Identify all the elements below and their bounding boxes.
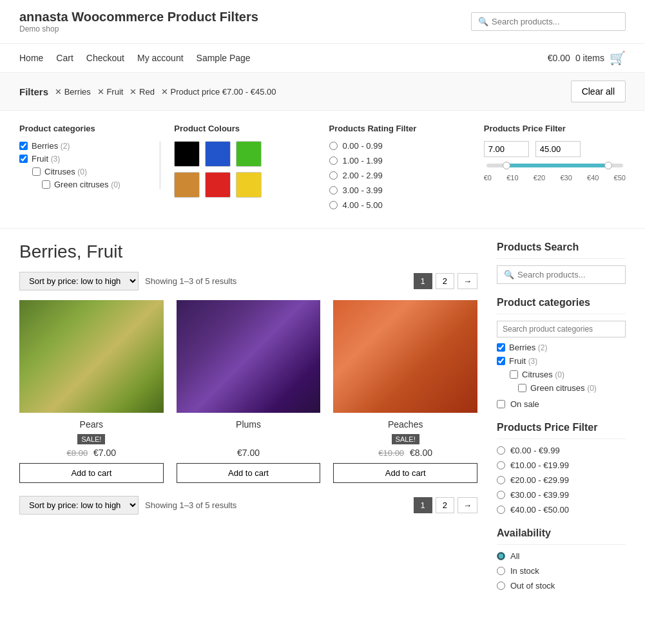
sort-row-bottom: Sort by price: low to high Sort by price…	[19, 496, 477, 515]
nav-home[interactable]: Home	[19, 53, 43, 63]
page-2-btn-bottom[interactable]: 2	[436, 497, 454, 513]
cat-checkbox-fruit[interactable]	[19, 155, 28, 163]
top-header: annasta Woocommerce Product Filters Demo…	[0, 0, 645, 44]
old-price-pears: €8.00	[67, 448, 88, 458]
sidebar-price-radio-0-10[interactable]	[497, 446, 505, 455]
price-slider-track[interactable]	[486, 164, 623, 167]
rating-0-1: 0.00 - 0.99	[329, 141, 471, 151]
main-content: Berries, Fruit Sort by price: low to hig…	[0, 229, 645, 616]
rating-2-3: 2.00 - 2.99	[329, 171, 471, 180]
swatch-red[interactable]	[205, 172, 231, 198]
sidebar-price-list: €0.00 - €9.99 €10.00 - €19.99 €20.00 - €…	[497, 446, 626, 515]
add-to-cart-plums[interactable]: Add to cart	[177, 463, 321, 483]
nav-checkout[interactable]: Checkout	[86, 53, 124, 63]
rating-radio-2-3[interactable]	[329, 171, 338, 180]
sidebar-cat-checkbox-green-citruses[interactable]	[518, 384, 526, 392]
filters-label: Filters	[19, 86, 48, 97]
sidebar-search-box[interactable]: 🔍	[497, 265, 626, 284]
rating-1-2: 1.00 - 1.99	[329, 156, 471, 166]
sidebar-price-20-30: €20.00 - €29.99	[497, 475, 626, 485]
header-search[interactable]: 🔍	[471, 12, 626, 31]
availability-radio-out-of-stock[interactable]	[497, 582, 505, 590]
price-slider-handle-left[interactable]	[503, 162, 510, 169]
add-to-cart-pears[interactable]: Add to cart	[19, 463, 164, 483]
categories-panel: Product categories Berries (2) Fruit (3)…	[19, 124, 161, 215]
sidebar-cat-list: Berries (2) Fruit (3) Citruses (0) Green…	[497, 343, 626, 393]
sidebar-price-0-10: €0.00 - €9.99	[497, 446, 626, 455]
cat-checkbox-green-citruses[interactable]	[42, 180, 50, 189]
sort-select-bottom[interactable]: Sort by price: low to high Sort by price…	[19, 496, 139, 515]
add-to-cart-peaches[interactable]: Add to cart	[333, 463, 477, 483]
sidebar-cat-checkbox-berries[interactable]	[497, 343, 505, 352]
swatch-green[interactable]	[236, 141, 262, 167]
sidebar-availability-list: All In stock Out of stock	[497, 551, 626, 591]
price-slider-handle-right[interactable]	[604, 162, 612, 169]
nav-cart[interactable]: Cart	[56, 53, 73, 63]
header-search-input[interactable]	[492, 17, 619, 26]
swatch-yellow[interactable]	[236, 172, 262, 198]
availability-all: All	[497, 551, 626, 561]
clear-all-button[interactable]: Clear all	[571, 80, 626, 102]
availability-radio-in-stock[interactable]	[497, 567, 505, 575]
swatch-blue[interactable]	[205, 141, 231, 167]
rating-radio-4-5[interactable]	[329, 201, 338, 209]
filter-tag-price[interactable]: ✕ Product price €7.00 - €45.00	[161, 87, 276, 97]
cat-item-fruit: Fruit (3)	[19, 154, 161, 164]
product-name-plums: Plums	[177, 419, 321, 430]
rating-list: 0.00 - 0.99 1.00 - 1.99 2.00 - 2.99 3.00…	[329, 141, 471, 210]
price-max-input[interactable]	[535, 141, 581, 157]
filter-tag-berries[interactable]: ✕ Berries	[55, 87, 91, 97]
page-2-btn-top[interactable]: 2	[436, 273, 454, 289]
cat-item-berries: Berries (2)	[19, 141, 161, 151]
price-title: Products Price Filter	[484, 124, 626, 133]
sidebar-search-icon: 🔍	[504, 270, 514, 279]
products-section: Berries, Fruit Sort by price: low to hig…	[19, 242, 477, 603]
sidebar-search-input[interactable]	[517, 270, 619, 279]
color-swatches	[174, 141, 316, 198]
availability-radio-all[interactable]	[497, 552, 505, 560]
product-price-pears: €8.00 €7.00	[19, 448, 164, 458]
old-price-peaches: €10.00	[378, 448, 404, 458]
sidebar-cat-checkbox-citruses[interactable]	[510, 370, 518, 379]
on-sale-label: On sale	[510, 399, 539, 409]
site-title: annasta Woocommerce Product Filters	[19, 10, 258, 24]
sort-select-top[interactable]: Sort by price: low to high Sort by price…	[19, 272, 139, 290]
product-sale-badge-pears: SALE!	[77, 434, 105, 444]
sidebar-price-radio-30-40[interactable]	[497, 491, 505, 499]
nav-my-account[interactable]: My account	[137, 53, 184, 63]
price-min-input[interactable]	[484, 141, 529, 157]
sidebar-price-radio-10-20[interactable]	[497, 461, 505, 469]
results-text-bottom: Showing 1–3 of 5 results	[145, 500, 236, 510]
price-panel: Products Price Filter €0 €10 €20 €30 €40…	[484, 124, 626, 215]
swatch-black[interactable]	[174, 141, 200, 167]
cat-item-citruses: Citruses (0)	[32, 167, 161, 176]
rating-radio-1-2[interactable]	[329, 156, 338, 165]
on-sale-checkbox[interactable]	[497, 400, 505, 408]
page-next-btn-top[interactable]: →	[457, 273, 477, 289]
page-next-btn-bottom[interactable]: →	[457, 497, 477, 513]
sidebar-cat-checkbox-fruit[interactable]	[497, 357, 505, 365]
rating-radio-3-4[interactable]	[329, 186, 338, 194]
sidebar-cat-fruit: Fruit (3)	[497, 356, 626, 366]
nav-sample-page[interactable]: Sample Page	[197, 53, 251, 63]
cart-icon[interactable]: 🛒	[610, 50, 626, 66]
sidebar-price-30-40: €30.00 - €39.99	[497, 490, 626, 500]
cart-items-count: 0 items	[575, 53, 604, 63]
swatch-orange[interactable]	[174, 172, 200, 198]
filter-tag-red[interactable]: ✕ Red	[130, 87, 154, 97]
cart-area: €0.00 0 items 🛒	[548, 50, 626, 66]
page-1-btn-bottom[interactable]: 1	[414, 497, 432, 513]
sidebar-cat-search-input[interactable]	[497, 321, 626, 337]
sidebar-search-title: Products Search	[497, 242, 626, 259]
results-text-top: Showing 1–3 of 5 results	[145, 276, 236, 286]
page-1-btn-top[interactable]: 1	[414, 273, 432, 289]
cat-checkbox-berries[interactable]	[19, 142, 28, 150]
filter-tag-fruit[interactable]: ✕ Fruit	[97, 87, 124, 97]
sidebar-price-radio-20-30[interactable]	[497, 476, 505, 484]
sidebar-price-radio-40-50[interactable]	[497, 506, 505, 514]
rating-radio-0-1[interactable]	[329, 142, 338, 150]
sidebar: Products Search 🔍 Product categories Ber…	[497, 242, 626, 603]
cat-checkbox-citruses[interactable]	[32, 167, 41, 176]
rating-3-4: 3.00 - 3.99	[329, 185, 471, 195]
nav-links: Home Cart Checkout My account Sample Pag…	[19, 53, 251, 63]
